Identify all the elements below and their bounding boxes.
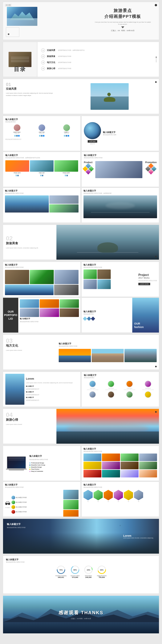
photo-row-2b xyxy=(5,285,78,295)
mosaic-grid xyxy=(84,454,157,478)
slide-pair-team: 输入标题文字 请在此处填写简介 MARK ANCE 职务介绍 xyxy=(3,116,159,151)
social-photo-1 xyxy=(16,175,19,176)
team-member-1: MARK ANCE 职务介绍 xyxy=(5,124,29,136)
toc-left-panel: 目录 xyxy=(3,42,37,77)
photo-city xyxy=(124,349,157,362)
circle-4: Lorem ipsum Lorem ipsum dolor sit amet xyxy=(139,380,157,390)
photo-col-1: MARK ANCE 职务介绍 xyxy=(5,160,29,176)
slide-landscape-right: 输入标题文字 请在此处填写简介说明文字内容，如有更多内容 xyxy=(82,188,159,223)
title-line2: 介绍画册PPT模板 xyxy=(94,14,151,20)
landscape-right-content: 输入标题文字 请在此处填写简介说明文字内容，如有更多内容 xyxy=(82,188,159,220)
photo-col-3: MARK NAME 职务介绍 xyxy=(54,160,78,176)
mountain-shape xyxy=(10,11,34,20)
slide-team-right: OUR team 成员介绍 输入标题文字 请在此处填写简介说明 xyxy=(82,116,159,151)
hex-4 xyxy=(114,490,123,500)
svg-text:90%: 90% xyxy=(73,569,77,571)
section4-left: 04 旅游心得 Lorem ipsum dolor sit amet xyxy=(3,409,56,444)
dot-deco-sec2 xyxy=(155,256,157,257)
hex-3 xyxy=(104,490,113,500)
thankyou-title: 感谢观看 THANKS xyxy=(58,610,104,616)
product-section: Product xyxy=(84,161,93,173)
photo-wooden-path xyxy=(5,270,29,284)
team-member-2: ANDY ANC 职务介绍 xyxy=(30,124,53,136)
photo-row-2 xyxy=(5,270,78,284)
island-image xyxy=(91,83,129,110)
slide-section4: 04 旅游心得 Lorem ipsum dolor sit amet xyxy=(3,409,159,444)
laptop-base xyxy=(6,469,27,470)
slide-product-promo: 输入标题文字 请在此处填写简介说明文字内容 Product Promotion xyxy=(82,152,159,187)
section3-left: 03 地方文化 Lorem ipsum dolor sit amet xyxy=(3,335,56,370)
dot-deco-sec4 xyxy=(155,411,157,413)
slide-circles: 输入标题文字 请在此处填写简介 Lorem ipsum Lorem ipsum … xyxy=(82,372,159,407)
dot-deco-sec3 xyxy=(155,366,157,367)
svg-text:69%: 69% xyxy=(100,569,104,571)
stats-content: 输入标题文字 请在此处填写简介说明文字内容 75% Growing Compan… xyxy=(3,556,159,580)
toc-item-4: 4 旅游心得 这里填写您的文字内容 xyxy=(41,67,155,70)
team-grid: MARK ANCE 职务介绍 ANDY ANC 职务介绍 xyxy=(5,124,78,136)
photo-sunset xyxy=(5,160,29,172)
photo-coastal-wide xyxy=(5,196,49,212)
water-reflection xyxy=(56,432,159,444)
hex-2 xyxy=(94,490,103,500)
svg-text:75%: 75% xyxy=(59,569,63,571)
hex-5 xyxy=(124,490,133,500)
slide-lorem: Lorem Lorem ipsum dolor sit amet, consec… xyxy=(3,372,80,407)
slide-stats: 输入标题文字 请在此处填写简介说明文字内容 75% Growing Compan… xyxy=(3,556,159,594)
panorama-text: 输入标题文字 请在此处填写简介说明文字内容 xyxy=(7,523,26,528)
section2-left: 02 旅途美食 Lorem ipsum dolor sit amet, cons… xyxy=(3,225,56,260)
landscape-row xyxy=(5,196,78,212)
island-silhouette xyxy=(97,242,118,253)
stat-2: 90% Success Client 570,890 xyxy=(70,565,80,578)
our-team-subtitle: 成员介绍 xyxy=(90,143,95,145)
slide-hexagons: 输入标题文字 请在此处填写简介说明文字内容 01 02 03 04 05 06 xyxy=(82,482,159,517)
slide-portfolio: OUR PORTOFO LIO 输入标题文字 请在此处填写简介说明文字内容 xyxy=(3,298,80,333)
stat-1: 75% Growing Company 548,051 xyxy=(55,565,66,578)
portfolio-content: OUR PORTOFO LIO 输入标题文字 请在此处填写简介说明文字内容 xyxy=(3,298,80,332)
photo-greenery xyxy=(30,270,54,284)
social-photo-3 xyxy=(65,175,68,176)
features-list: 输入标题文字 请在此处填写简介说明文字内容 Professional Desig… xyxy=(29,448,78,479)
section1-right xyxy=(60,79,159,114)
landscape-left-content: 输入标题文字 请在此处填写简介说明文字内容 xyxy=(3,188,80,214)
slide-pair-landscape: 输入标题文字 请在此处填写简介说明文字内容 输入标题文字 请在此处填写简介说明文… xyxy=(3,188,159,223)
slide-section1: 01 沿途风景 Lorem ipsum dolor sit amet, cons… xyxy=(3,79,159,114)
ty-text: 感谢观看 THANKS 汇报人：XX 时间：XX年XX月 xyxy=(58,610,104,620)
photo-forest-sm xyxy=(49,204,78,213)
photo-green xyxy=(54,160,78,172)
arc-svg-3: 15% xyxy=(84,565,93,574)
hex-1 xyxy=(84,490,93,500)
avatar-1 xyxy=(14,124,20,131)
photo-misty-sm xyxy=(49,196,78,204)
social-photo-2 xyxy=(40,175,43,176)
globe-image xyxy=(84,122,101,139)
slide-title: 演示圈 旅游景点 介绍画册PPT模板 I love you more than … xyxy=(3,2,159,40)
dot-decoration-tr xyxy=(155,4,157,6)
board-lines xyxy=(11,57,29,62)
watermark-label: 演示圈 xyxy=(5,4,12,7)
thankyou-info: 汇报人：XX 时间：XX年XX月 xyxy=(58,618,104,620)
slide-pair-lorem: Lorem Lorem ipsum dolor sit amet, consec… xyxy=(3,372,159,407)
hex-content: 输入标题文字 请在此处填写简介说明文字内容 01 02 03 04 05 06 xyxy=(82,482,159,504)
promotion-section: Promotion xyxy=(145,161,157,173)
learn-more-btn[interactable]: LEARN MORE xyxy=(138,283,150,285)
photo-ocean xyxy=(30,160,54,172)
portfolio-photos: 输入标题文字 请在此处填写简介说明文字内容 xyxy=(18,298,80,332)
slide-fashion: 输入标题文字 请在此处填写简介 OUR fashion xyxy=(82,298,159,333)
slide-generic-left: 输入标题文字 请在此处填写简介说明文字内容 xyxy=(3,262,80,297)
slide-photo-mosaic: 输入标题文字 请在此处填写简介说明文字内容 xyxy=(82,446,159,481)
mosaic-content: 输入标题文字 请在此处填写简介说明文字内容 xyxy=(82,446,159,479)
slide-pair-portfolio: OUR PORTOFO LIO 输入标题文字 请在此处填写简介说明文字内容 xyxy=(3,298,159,333)
circle-3: Lorem ipsum Lorem ipsum dolor sit amet xyxy=(121,380,138,390)
arrow-down-decoration xyxy=(121,26,124,28)
slide-toc: 目录 1 沿途风景 这里填写您的文字内容，如果有更多内容可以 2 旅途美食 这里… xyxy=(3,42,159,77)
project-content: 输入标题文字 请在此处填写简介说明文字内容 Project 2017 Works… xyxy=(82,262,159,297)
slide-project2017: 输入标题文字 请在此处填写简介说明文字内容 Project 2017 Works… xyxy=(82,262,159,297)
section3-right: 输入标题文字 请在此处填写简介说明文字内容 xyxy=(56,335,159,370)
circle-8 xyxy=(139,391,157,398)
slide-pair-glasses: 输入标题文字 请在此处填写简介说明文字内容 🕶 样式图标 输入标题文字内容 输入… xyxy=(3,482,159,517)
circle-grid-2 xyxy=(84,391,157,398)
circles-content: 输入标题文字 请在此处填写简介 Lorem ipsum Lorem ipsum … xyxy=(82,372,159,400)
laptop-mockup xyxy=(5,448,28,479)
hex-numbers: 01 02 03 04 05 06 xyxy=(84,501,157,502)
panorama-right-text: Lorem Lorem ipsum dolor sit amet, consec… xyxy=(123,534,153,538)
